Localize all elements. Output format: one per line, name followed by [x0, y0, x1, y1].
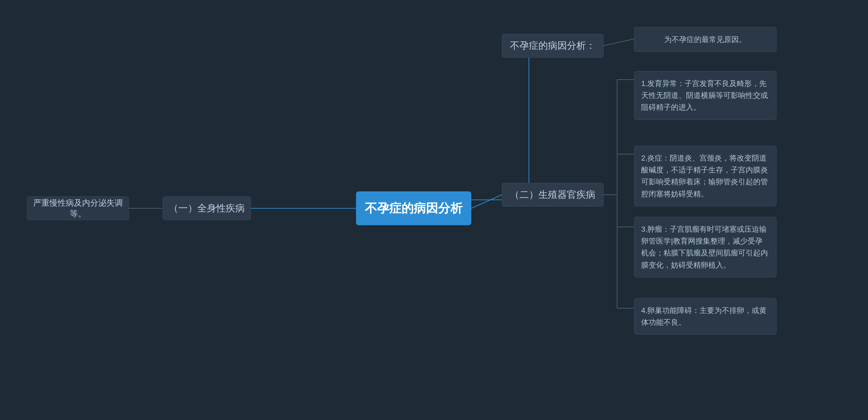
detail-1-node: 1.发育异常：子宫发育不良及畸形，先天性无阴道、阴道横膈等可影响性交或阻碍精子的… — [634, 71, 776, 120]
svg-line-6 — [604, 39, 634, 46]
level1-body-node: （一）全身性疾病 — [163, 196, 251, 220]
detail-3-node: 3.肿瘤：子宫肌瘤有时可堵塞或压迫输卵管医学|教育网搜集整理，减少受孕机会；粘膜… — [634, 217, 776, 277]
level2-mid-node: （二）生殖器官疾病 — [502, 183, 604, 207]
level2-top-node: 不孕症的病因分析： — [502, 34, 604, 58]
svg-line-5 — [471, 195, 502, 208]
mind-map-canvas: 严重慢性病及内分泌失调等。 （一）全身性疾病 不孕症的病因分析 不孕症的病因分析… — [0, 0, 868, 420]
detail-4-node: 4.卵巢功能障碍：主要为不排卵，或黄体功能不良。 — [634, 298, 776, 335]
center-node: 不孕症的病因分析 — [356, 191, 471, 225]
far-left-node: 严重慢性病及内分泌失调等。 — [27, 196, 129, 220]
detail-2-node: 2.炎症：阴道炎、宫颈炎，将改变阴道酸碱度，不适于精子生存，子宫内膜炎可影响受精… — [634, 146, 776, 206]
detail-top-node: 为不孕症的最常见原因。 — [634, 27, 776, 52]
